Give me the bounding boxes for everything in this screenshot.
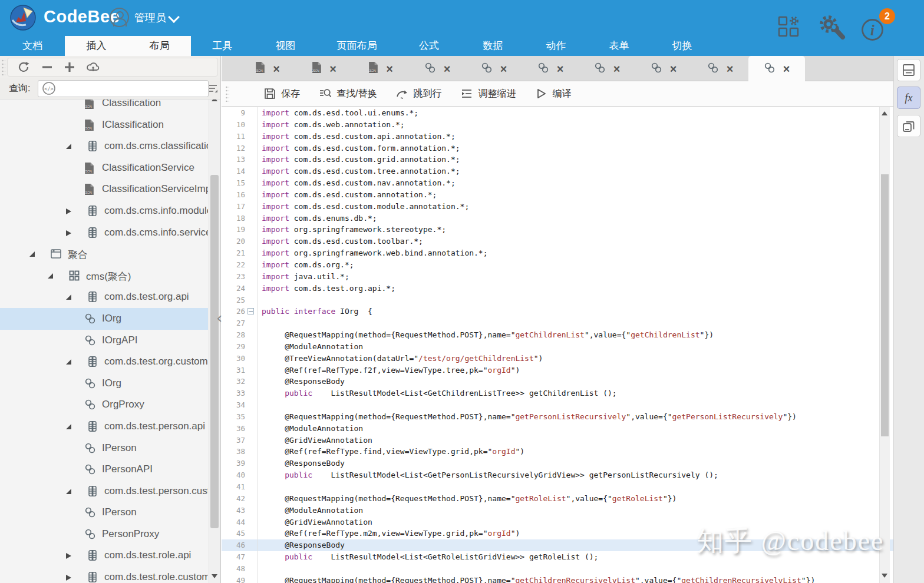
editor-tab-4[interactable]: × [409, 56, 466, 81]
tree-item[interactable]: com.ds.test.role.custom [0, 567, 208, 583]
scroll-up-icon[interactable] [882, 111, 887, 115]
right-rail: fx [893, 56, 924, 583]
scroll-down-icon[interactable] [882, 574, 887, 578]
user-name[interactable]: 管理员 [134, 11, 166, 25]
menu-tab-6[interactable]: 页面布局 [317, 36, 397, 56]
layers-button[interactable] [897, 115, 920, 137]
goto-button[interactable]: 跳到行 [395, 87, 441, 100]
tree-item[interactable]: com.ds.cms.classificatio [0, 135, 208, 157]
editor-tab-9[interactable]: × [692, 56, 748, 81]
drag-handle[interactable] [1, 59, 5, 75]
tree-item[interactable]: OrgProxy [0, 394, 208, 416]
menu-tab-1[interactable]: 文档 [0, 36, 65, 56]
tree-item[interactable]: IPerson [0, 438, 208, 459]
link-icon [707, 62, 719, 76]
tree-item[interactable]: com.ds.test.role.api [0, 545, 208, 567]
close-icon[interactable]: × [783, 63, 790, 75]
code-scrollbar[interactable] [879, 107, 890, 583]
close-icon[interactable]: × [613, 63, 621, 75]
menu-tab-11[interactable]: 切换 [651, 36, 714, 56]
tree-item[interactable]: com.ds.test.person.cust [0, 481, 208, 502]
tree-item[interactable]: JSONClassificationService [0, 157, 208, 179]
tree-item[interactable]: com.ds.test.org.api [0, 286, 208, 308]
close-icon[interactable]: × [329, 63, 336, 75]
scroll-down-icon[interactable] [212, 574, 217, 578]
menu-tab-3[interactable]: 布局 [128, 36, 191, 56]
menu-tab-10[interactable]: 表单 [588, 36, 651, 56]
close-icon[interactable]: × [273, 63, 280, 75]
expanded-arrow-icon[interactable] [66, 424, 71, 429]
editor-tab-8[interactable]: × [635, 56, 692, 81]
expanded-arrow-icon[interactable] [66, 489, 71, 494]
close-icon[interactable]: × [727, 63, 734, 75]
scrollbar-thumb[interactable] [210, 175, 219, 528]
close-icon[interactable]: × [670, 63, 677, 75]
menu-tab-2[interactable]: 插入 [65, 36, 128, 56]
menu-tab-7[interactable]: 公式 [397, 36, 461, 56]
fold-collapse-icon[interactable] [248, 308, 254, 314]
tree-item[interactable]: com.ds.cms.info.module [0, 200, 208, 222]
sidebar-collapse-handle[interactable]: ‹ [216, 309, 222, 327]
query-options-icon[interactable] [207, 82, 219, 94]
collapsed-arrow-icon[interactable] [66, 230, 71, 236]
drag-handle[interactable] [225, 85, 229, 102]
expanded-arrow-icon[interactable] [66, 294, 71, 300]
tree-item[interactable]: IPerson [0, 502, 208, 524]
compile-button[interactable]: 编译 [534, 87, 571, 100]
tree-item[interactable]: JSONClassificationServiceImpl [0, 178, 208, 200]
save-button[interactable]: 保存 [263, 87, 300, 100]
collapsed-arrow-icon[interactable] [66, 553, 71, 559]
menu-tab-8[interactable]: 数据 [461, 36, 524, 56]
tree-item[interactable]: PersonProxy [0, 524, 208, 545]
code-filter-icon[interactable]: </> [42, 81, 56, 95]
modules-icon[interactable] [778, 16, 799, 37]
tree-item[interactable]: 聚合 [0, 243, 208, 265]
tree-item[interactable]: IOrgAPI [0, 330, 208, 352]
close-icon[interactable]: × [444, 63, 451, 75]
editor-tab-2[interactable]: JSON× [296, 56, 352, 81]
menu-tab-5[interactable]: 视图 [254, 36, 317, 56]
tree-item[interactable]: IOrg [0, 308, 208, 330]
menu-tab-9[interactable]: 动作 [524, 36, 588, 56]
package-icon [87, 485, 98, 497]
expanded-arrow-icon[interactable] [48, 273, 53, 279]
editor-tab-10[interactable]: × [748, 56, 805, 81]
refresh-icon[interactable] [16, 60, 31, 74]
expanded-arrow-icon[interactable] [29, 251, 35, 257]
editor-tab-7[interactable]: × [579, 56, 635, 81]
user-avatar-icon[interactable] [110, 8, 129, 27]
tree-item[interactable]: com.ds.cms.info.service [0, 222, 208, 244]
collapsed-arrow-icon[interactable] [66, 208, 71, 214]
find-button[interactable]: 查找/替换 [319, 87, 377, 100]
fx-button[interactable]: fx [897, 87, 920, 109]
editor-tab-5[interactable]: × [466, 56, 522, 81]
expanded-arrow-icon[interactable] [66, 144, 71, 149]
tree-item[interactable]: cms(聚合) [0, 265, 208, 287]
editor-tab-1[interactable]: JSON× [239, 56, 296, 81]
indent-button[interactable]: 调整缩进 [460, 87, 516, 100]
code-viewport[interactable]: 9import com.ds.esd.tool.ui.enums.*;10imp… [222, 107, 893, 583]
close-icon[interactable]: × [500, 63, 507, 75]
close-icon[interactable]: × [386, 63, 393, 75]
query-input[interactable] [38, 80, 209, 97]
chevron-down-icon[interactable] [168, 11, 180, 23]
close-icon[interactable]: × [557, 63, 564, 75]
cloud-upload-icon[interactable] [86, 60, 100, 74]
scrollbar-thumb[interactable] [881, 174, 889, 436]
tree-item[interactable]: com.ds.test.org.custom [0, 351, 208, 373]
tree-item[interactable]: com.ds.test.person.api [0, 416, 208, 438]
editor-tab-3[interactable]: JSON× [352, 56, 409, 81]
expanded-arrow-icon[interactable] [66, 359, 71, 365]
collapse-all-icon[interactable] [40, 60, 54, 74]
collapsed-arrow-icon[interactable] [66, 575, 71, 581]
sidebar-scrollbar[interactable] [209, 92, 220, 583]
settings-gear-wrench-icon[interactable] [817, 13, 847, 41]
form-panel-button[interactable] [897, 59, 920, 81]
tree-item[interactable]: IPersonAPI [0, 459, 208, 481]
tree-item[interactable]: JSONIClassification [0, 114, 208, 136]
menu-tab-4[interactable]: 工具 [191, 36, 254, 56]
svg-text:JSON: JSON [256, 69, 263, 72]
editor-tab-6[interactable]: × [522, 56, 579, 81]
expand-all-icon[interactable] [62, 60, 77, 74]
tree-item[interactable]: IOrg [0, 373, 208, 395]
